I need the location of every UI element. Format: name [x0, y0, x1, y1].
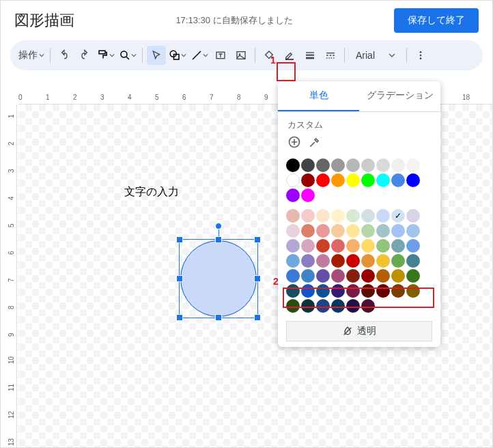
font-selector[interactable]: Arial: [349, 50, 402, 61]
actions-menu[interactable]: 操作: [16, 49, 46, 61]
color-swatch[interactable]: [286, 224, 300, 238]
text-element[interactable]: 文字の入力: [124, 185, 179, 199]
color-swatch[interactable]: [316, 224, 330, 238]
color-swatch[interactable]: [346, 173, 360, 187]
color-swatch[interactable]: [406, 158, 420, 172]
color-swatch[interactable]: [346, 158, 360, 172]
color-swatch[interactable]: [361, 209, 375, 223]
add-color-icon[interactable]: [287, 135, 301, 149]
color-swatch[interactable]: [331, 173, 345, 187]
color-swatch[interactable]: [316, 173, 330, 187]
resize-handle-s[interactable]: [215, 314, 222, 321]
color-swatch[interactable]: [376, 224, 390, 238]
rotation-handle[interactable]: [215, 223, 222, 229]
color-swatch[interactable]: [361, 269, 375, 283]
color-swatch[interactable]: [391, 269, 405, 283]
color-swatch[interactable]: [361, 173, 375, 187]
color-swatch[interactable]: [286, 209, 300, 223]
color-swatch[interactable]: [406, 254, 420, 268]
resize-handle-nw[interactable]: [176, 236, 183, 243]
color-swatch[interactable]: [376, 173, 390, 187]
border-weight-button[interactable]: [300, 46, 320, 65]
color-swatch[interactable]: [301, 188, 315, 202]
color-swatch[interactable]: [301, 158, 315, 172]
color-swatch[interactable]: [286, 269, 300, 283]
color-swatch[interactable]: [361, 239, 375, 253]
resize-handle-ne[interactable]: [254, 236, 261, 243]
color-swatch[interactable]: [406, 224, 420, 238]
eyedropper-icon[interactable]: [308, 135, 322, 149]
undo-button[interactable]: [55, 46, 74, 65]
color-swatch[interactable]: [391, 209, 405, 223]
color-swatch[interactable]: [346, 299, 360, 313]
color-swatch[interactable]: [301, 284, 315, 298]
color-swatch[interactable]: [316, 254, 330, 268]
color-swatch[interactable]: [391, 284, 405, 298]
color-swatch[interactable]: [346, 224, 360, 238]
color-swatch[interactable]: [331, 269, 345, 283]
color-swatch[interactable]: [301, 224, 315, 238]
resize-handle-sw[interactable]: [176, 314, 183, 321]
color-swatch[interactable]: [361, 158, 375, 172]
color-swatch[interactable]: [301, 173, 315, 187]
color-swatch[interactable]: [331, 284, 345, 298]
color-swatch[interactable]: [286, 158, 300, 172]
shape-tool[interactable]: [167, 49, 188, 61]
color-swatch[interactable]: [391, 224, 405, 238]
color-swatch[interactable]: [361, 224, 375, 238]
color-swatch[interactable]: [406, 239, 420, 253]
border-dash-button[interactable]: [321, 46, 340, 65]
tab-gradient[interactable]: グラデーション: [359, 81, 440, 111]
textbox-tool[interactable]: [211, 46, 230, 65]
color-swatch[interactable]: [376, 239, 390, 253]
color-swatch[interactable]: [391, 173, 405, 187]
image-tool[interactable]: [231, 46, 251, 65]
color-swatch[interactable]: [316, 269, 330, 283]
color-swatch[interactable]: [376, 269, 390, 283]
border-color-button[interactable]: [280, 46, 299, 65]
transparent-button[interactable]: 透明: [286, 321, 432, 341]
line-tool[interactable]: [189, 49, 210, 61]
color-swatch[interactable]: [391, 239, 405, 253]
select-tool[interactable]: [147, 46, 166, 65]
color-swatch[interactable]: [361, 254, 375, 268]
color-swatch[interactable]: [376, 209, 390, 223]
color-swatch[interactable]: [331, 299, 345, 313]
more-button[interactable]: [411, 46, 430, 65]
color-swatch[interactable]: [286, 284, 300, 298]
color-swatch[interactable]: [331, 239, 345, 253]
color-swatch[interactable]: [316, 239, 330, 253]
color-swatch[interactable]: [346, 284, 360, 298]
color-swatch[interactable]: [286, 239, 300, 253]
selected-shape[interactable]: [180, 240, 257, 317]
resize-handle-se[interactable]: [254, 314, 261, 321]
color-swatch[interactable]: [301, 254, 315, 268]
color-swatch[interactable]: [376, 254, 390, 268]
color-swatch[interactable]: [346, 239, 360, 253]
color-swatch[interactable]: [331, 158, 345, 172]
color-swatch[interactable]: [316, 299, 330, 313]
paint-format-button[interactable]: [96, 49, 116, 61]
color-swatch[interactable]: [286, 299, 300, 313]
save-and-close-button[interactable]: 保存して終了: [394, 8, 479, 33]
tab-solid[interactable]: 単色: [278, 81, 359, 111]
color-swatch[interactable]: [331, 254, 345, 268]
color-swatch[interactable]: [301, 209, 315, 223]
color-swatch[interactable]: [316, 284, 330, 298]
color-swatch[interactable]: [406, 209, 420, 223]
color-swatch[interactable]: [331, 224, 345, 238]
color-swatch[interactable]: [301, 239, 315, 253]
color-swatch[interactable]: [286, 254, 300, 268]
color-swatch[interactable]: [406, 173, 420, 187]
color-swatch[interactable]: [376, 284, 390, 298]
resize-handle-e[interactable]: [254, 275, 261, 282]
color-swatch[interactable]: [361, 284, 375, 298]
color-swatch[interactable]: [346, 269, 360, 283]
color-swatch[interactable]: [406, 284, 420, 298]
color-swatch[interactable]: [346, 209, 360, 223]
color-swatch[interactable]: [331, 209, 345, 223]
color-swatch[interactable]: [316, 209, 330, 223]
color-swatch[interactable]: [406, 269, 420, 283]
redo-button[interactable]: [75, 46, 94, 65]
color-swatch[interactable]: [346, 254, 360, 268]
